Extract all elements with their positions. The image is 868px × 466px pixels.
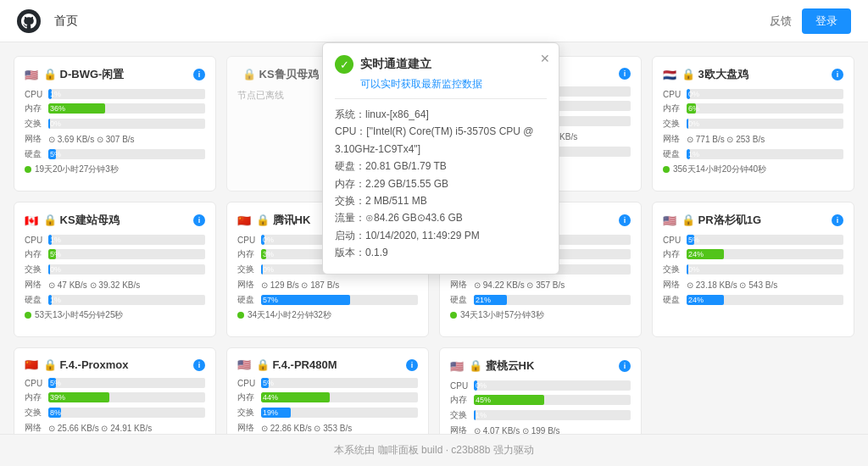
swap-row: 交换 8% xyxy=(25,407,205,419)
swap-fill: 0% xyxy=(48,264,50,275)
mem-label: 内存 xyxy=(237,248,258,260)
info-icon[interactable]: i xyxy=(193,359,205,371)
mem-label: 内存 xyxy=(25,248,45,260)
uptime-row: 34天14小时2分钟32秒 xyxy=(237,309,418,321)
swap-row: 交换 19% xyxy=(237,407,418,419)
info-icon[interactable]: i xyxy=(619,360,631,372)
card-title: 🇺🇸 🔒 D-BWG-闲置 i xyxy=(25,67,205,82)
feedback-button[interactable]: 反馈 xyxy=(770,14,792,29)
net-label: 网络 xyxy=(237,422,258,434)
cpu-label: CPU xyxy=(663,90,683,99)
mem-label: 内存 xyxy=(450,394,470,406)
realtime-tooltip: ✓ 实时通道建立 ✕ 可以实时获取最新监控数据 系统：linux-[x86_64… xyxy=(322,42,559,275)
info-icon[interactable]: i xyxy=(406,359,418,371)
mem-row: 内存 39% xyxy=(25,391,205,403)
info-icon[interactable]: i xyxy=(619,214,631,226)
net-row: 网络 ⊙ 47 KB/s ⊙ 39.32 KB/s xyxy=(25,279,205,291)
net-row: 网络 ⊙ 25.66 KB/s ⊙ 24.91 KB/s xyxy=(25,422,205,434)
mem-fill: 39% xyxy=(48,392,109,402)
net-label: 网络 xyxy=(663,279,683,291)
mem-bar: 44% xyxy=(261,392,418,402)
net-value: ⊙ 771 B/s ⊙ 253 B/s xyxy=(687,135,765,144)
mem-row: 内存 36% xyxy=(25,103,205,114)
swap-label: 交换 xyxy=(450,409,470,421)
cpu-bar: 1% xyxy=(48,235,205,245)
cpu-row: CPU 5% xyxy=(237,378,418,388)
card-title: 🇺🇸 🔒 蜜桃云HK i xyxy=(450,358,631,374)
card-name: 🔒 3欧大盘鸡 xyxy=(682,67,748,82)
net-row: 网络 ⊙ 23.18 KB/s ⊙ 543 B/s xyxy=(663,279,843,291)
disk-label: 硬盘 xyxy=(450,294,470,306)
header-right: 反馈 登录 xyxy=(770,8,851,34)
disk-row: 硬盘 21% xyxy=(450,294,631,306)
mem-row: 内存 24% xyxy=(663,248,843,260)
uptime-dot xyxy=(663,166,670,173)
swap-fill: 19% xyxy=(261,408,291,418)
footer-text: 本系统由 咖啡面板 build · c23b88b 强力驱动 xyxy=(334,444,533,456)
cpu-bar: 1% xyxy=(48,89,205,99)
disk-bar: 21% xyxy=(474,295,631,305)
net-value: ⊙ 94.22 KB/s ⊙ 357 B/s xyxy=(474,280,565,290)
login-button[interactable]: 登录 xyxy=(802,8,851,34)
info-icon[interactable]: i xyxy=(619,68,631,80)
swap-fill: 8% xyxy=(48,408,61,418)
swap-bar: 0% xyxy=(48,119,205,129)
cpu-label: CPU xyxy=(25,379,45,388)
mem-fill: 5% xyxy=(48,249,56,259)
info-icon[interactable]: i xyxy=(193,214,205,226)
server-card: 🇺🇸 🔒 D-BWG-闲置 i CPU 1% 内存 36% 交换 0% xyxy=(14,56,216,191)
uptime-row: 34天13小时57分钟3秒 xyxy=(450,309,631,321)
tooltip-flow: 流量：⊙84.26 GB⊙43.6 GB xyxy=(335,209,547,226)
cpu-fill: 5% xyxy=(48,378,56,388)
tooltip-close-icon[interactable]: ✕ xyxy=(540,52,550,65)
check-icon: ✓ xyxy=(335,55,353,74)
tooltip-version: 版本：0.1.9 xyxy=(335,244,547,261)
net-value: ⊙ 47 KB/s ⊙ 39.32 KB/s xyxy=(48,280,140,290)
cpu-fill: 0% xyxy=(474,380,477,391)
mem-fill: 3% xyxy=(261,249,266,259)
uptime-text: 19天20小时27分钟3秒 xyxy=(35,164,119,175)
info-icon[interactable]: i xyxy=(832,69,843,80)
net-label: 网络 xyxy=(663,133,683,145)
tooltip-system: 系统：linux-[x86_64] xyxy=(335,106,547,123)
tooltip-subtitle: 可以实时获取最新监控数据 xyxy=(360,77,547,92)
cpu-row: CPU 1% xyxy=(25,235,205,245)
card-flag: 🇳🇱 xyxy=(663,69,676,81)
swap-fill: 1% xyxy=(474,410,476,420)
mem-label: 内存 xyxy=(25,391,45,403)
cpu-bar: 5% xyxy=(261,378,418,388)
net-label: 网络 xyxy=(25,279,45,291)
card-flag: 🇺🇸 xyxy=(663,214,676,227)
swap-label: 交换 xyxy=(25,407,45,419)
cpu-row: CPU 5% xyxy=(663,235,843,245)
net-row: 网络 ⊙ 771 B/s ⊙ 253 B/s xyxy=(663,133,843,145)
disk-fill: 24% xyxy=(687,295,724,305)
info-icon[interactable]: i xyxy=(193,69,205,80)
uptime-dot xyxy=(450,312,457,319)
uptime-row: 53天13小时45分钟25秒 xyxy=(25,309,205,321)
nav-home[interactable]: 首页 xyxy=(54,14,78,29)
card-name: 🔒 F.4.-Proxmox xyxy=(43,358,129,371)
mem-fill: 36% xyxy=(48,103,105,114)
cpu-bar: 0% xyxy=(687,89,843,99)
disk-fill: 57% xyxy=(261,295,350,305)
net-label: 网络 xyxy=(450,279,470,291)
swap-label: 交换 xyxy=(663,118,683,130)
cpu-row: CPU 5% xyxy=(25,378,205,388)
card-name: 🔒 KS建站母鸡 xyxy=(43,213,120,228)
info-icon[interactable]: i xyxy=(832,214,843,226)
net-label: 网络 xyxy=(25,133,45,145)
card-name: 🔒 F.4.-PR480M xyxy=(256,358,337,371)
swap-label: 交换 xyxy=(237,407,258,419)
mem-bar: 39% xyxy=(48,392,205,402)
card-title: 🇨🇳 🔒 F.4.-Proxmox i xyxy=(25,358,205,371)
mem-bar: 36% xyxy=(48,103,205,114)
card-title: 🇨🇦 🔒 KS建站母鸡 i xyxy=(25,213,205,228)
header: 首页 反馈 登录 xyxy=(0,0,868,42)
swap-label: 交换 xyxy=(237,264,258,275)
uptime-dot xyxy=(237,312,244,319)
mem-fill: 6% xyxy=(687,103,696,114)
swap-row: 交换 0% xyxy=(25,118,205,130)
card-name: 🔒 腾讯HK xyxy=(256,213,310,228)
disk-label: 硬盘 xyxy=(663,148,683,160)
